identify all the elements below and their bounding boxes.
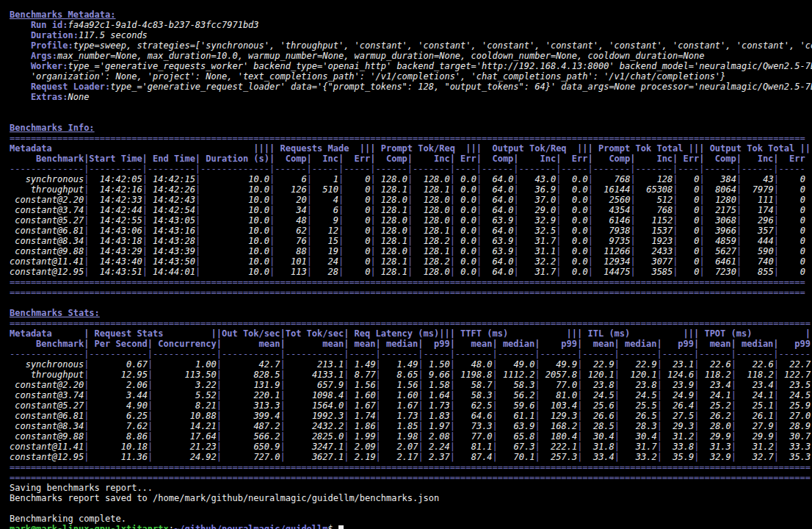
column-divider: |	[657, 442, 662, 452]
column-divider: |	[280, 380, 286, 390]
shell-prompt[interactable]: mark@mark-linux-gpu-1xtitanrtx:~/github/…	[10, 524, 812, 529]
column-divider: |	[774, 390, 779, 400]
table-cell: 128.2	[413, 256, 450, 267]
table-cell: 487.2	[222, 421, 280, 431]
table-cell: 0.0	[455, 226, 476, 236]
benchmarking-complete-line: Benchmarking complete.	[10, 514, 812, 524]
table-cell: 65.8	[498, 431, 535, 442]
table-cell: 1.97	[424, 421, 450, 431]
column-divider: |	[631, 246, 636, 256]
column-divider: |	[450, 174, 455, 184]
table-bottom-border: ========================================…	[10, 287, 812, 298]
table-cell: 1198.8	[455, 370, 493, 380]
table-cell: 1992.3	[286, 411, 344, 421]
table-cell: 14:42:54	[148, 205, 195, 215]
column-divider: |	[514, 246, 519, 256]
terminal-cursor[interactable]	[338, 525, 344, 529]
table-row: constant@12.95| 11.36| 24.92| 727.0| 362…	[10, 452, 812, 462]
table-cell: 8064	[705, 184, 736, 195]
column-divider: |	[631, 267, 636, 277]
column-divider: |	[142, 267, 148, 277]
column-divider: |	[774, 380, 779, 390]
metadata-entry: Duration:117.5 seconds	[10, 30, 812, 40]
column-divider: |	[514, 267, 519, 277]
table-cell: 1564.0	[286, 400, 344, 411]
table-cell: 64.0	[482, 195, 513, 205]
metadata-entry: Extras:None	[10, 92, 812, 102]
table-cell: 43	[742, 174, 773, 184]
table-cell: 2825.0	[286, 431, 344, 442]
table-cell: 28	[312, 267, 338, 277]
column-divider: |	[731, 431, 736, 442]
table-cell: synchronous	[10, 359, 84, 370]
column-divider: |	[450, 215, 455, 226]
column-divider: |	[280, 452, 286, 462]
table-cell: 12	[312, 226, 338, 236]
column-divider: |	[307, 184, 312, 195]
column-divider: |	[418, 400, 423, 411]
column-divider: |	[217, 452, 222, 462]
table-cell: 9	[312, 215, 338, 226]
table-cell: 0	[344, 174, 370, 184]
column-divider: |	[307, 267, 312, 277]
table-cell: 1.64	[424, 390, 450, 400]
table-cell: 0.0	[562, 226, 588, 236]
table-cell: 22.9	[620, 359, 657, 370]
table-cell: 7979	[742, 184, 773, 195]
column-divider: |	[376, 431, 381, 442]
table-cell: 3247.1	[286, 442, 344, 452]
column-divider: |	[588, 205, 593, 215]
table-cell: 1.00	[153, 359, 217, 370]
column-divider: |	[631, 256, 636, 267]
table-row: constant@3.74| 3.44| 5.52| 220.1| 1098.4…	[10, 390, 812, 400]
column-divider: |	[631, 215, 636, 226]
table-cell: 19	[312, 246, 338, 256]
column-divider: |	[731, 390, 736, 400]
column-divider: |	[370, 195, 375, 205]
column-divider: |	[376, 370, 381, 380]
column-divider: |	[450, 421, 455, 431]
table-cell: 0.0	[562, 246, 588, 256]
table-cell: 727.0	[222, 452, 280, 462]
table-cell: 1.60	[381, 390, 418, 400]
table-cell: constant@8.34	[10, 236, 84, 246]
column-divider: |	[370, 184, 375, 195]
table-cell: 3.22	[153, 380, 217, 390]
column-divider: |	[418, 370, 423, 380]
column-divider: |	[514, 215, 519, 226]
column-divider: |	[673, 246, 678, 256]
table-cell: 14:42:15	[148, 174, 195, 184]
table-cell: 128.0	[413, 267, 450, 277]
column-divider: |	[631, 205, 636, 215]
metadata-label: Duration:	[31, 30, 79, 40]
metadata-heading: Benchmarks Metadata:	[10, 10, 812, 20]
metadata-value: type_='generative_requests_worker' backe…	[68, 61, 812, 71]
column-divider: |	[450, 184, 455, 195]
table-cell: 56.2	[498, 390, 535, 400]
table-cell: 24.5	[779, 390, 811, 400]
table-cell: 26.5	[620, 411, 657, 421]
table-bottom-border: ========================================…	[10, 462, 812, 472]
column-divider: |	[307, 226, 312, 236]
table-row: constant@5.27| 4.90| 8.21| 313.3| 1564.0…	[10, 400, 812, 411]
blank-line	[10, 503, 812, 514]
table-cell: 0	[678, 195, 700, 205]
table-cell: 31.7	[519, 267, 557, 277]
table-cell: 2560	[593, 195, 631, 205]
table-cell: 25.5	[620, 400, 657, 411]
column-divider: |	[534, 400, 540, 411]
table-cell: 29.9	[736, 431, 774, 442]
table-cell: 0	[678, 267, 700, 277]
column-divider: |	[450, 452, 455, 462]
table-cell: 8.65	[381, 370, 418, 380]
table-cell: 0	[344, 215, 370, 226]
column-divider: |	[699, 174, 704, 184]
table-cell: 14:42:43	[148, 195, 195, 205]
table-cell: 1.74	[349, 411, 375, 421]
table-cell: 73.3	[455, 421, 493, 431]
column-divider: |	[673, 205, 678, 215]
table-cell: 1.98	[381, 431, 418, 442]
table-cell: 81.1	[455, 442, 493, 452]
column-divider: |	[280, 390, 286, 400]
table-cell: 32.2	[519, 256, 557, 267]
